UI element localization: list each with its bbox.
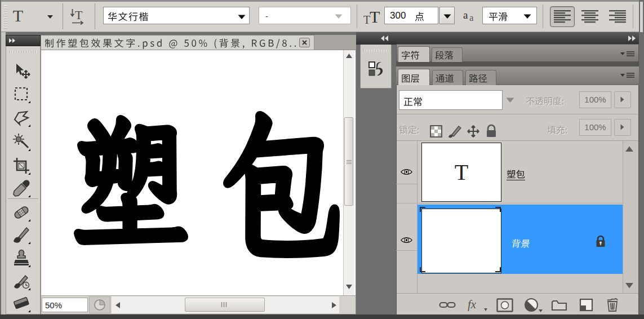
svg-text:T: T <box>75 8 83 22</box>
